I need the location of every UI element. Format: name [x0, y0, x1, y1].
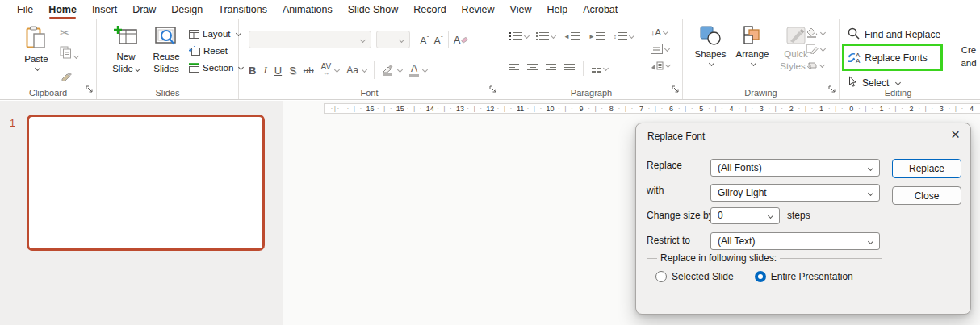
font-size-combo[interactable] [376, 31, 410, 48]
menu-tab[interactable]: Home [48, 4, 77, 15]
ribbon: Paste ✂ Clipboard [0, 19, 980, 100]
italic-button[interactable]: I [263, 64, 266, 77]
select-chevron-icon [895, 79, 901, 85]
character-spacing-chevron-icon [334, 67, 340, 73]
clear-formatting-button[interactable]: A [454, 34, 469, 46]
replace-fonts-button[interactable]: AA Replace Fonts [848, 52, 928, 64]
copy-button[interactable] [60, 46, 78, 62]
layout-button[interactable]: Layout [189, 29, 243, 39]
menu-tab[interactable]: Draw [132, 4, 156, 15]
slide-thumbnail[interactable] [27, 115, 265, 251]
menu-tab[interactable]: Design [171, 4, 203, 15]
slides-group-label: Slides [97, 88, 238, 98]
paragraph-dialog-launcher[interactable] [672, 81, 679, 96]
numbering-button[interactable] [536, 32, 556, 40]
menu-tab[interactable]: File [17, 4, 33, 15]
change-size-combo[interactable]: 0 [710, 207, 780, 224]
paste-label: Paste [24, 54, 48, 65]
radio-entire-presentation[interactable]: Entire Presentation [755, 271, 853, 282]
with-font-combo[interactable]: Gilroy Light [710, 184, 880, 202]
align-center-button[interactable] [527, 64, 538, 74]
menu-tab[interactable]: Slide Show [348, 4, 399, 15]
paste-chevron-icon [35, 65, 40, 71]
menu-tab[interactable]: Acrobat [583, 4, 618, 15]
acrobat-cut-label-1[interactable]: Cre [957, 44, 980, 56]
reuse-slides-button[interactable]: Reuse Slides [147, 26, 186, 74]
shapes-button[interactable]: Shapes [691, 26, 730, 66]
menu-tab[interactable]: Transitions [218, 4, 267, 15]
horizontal-ruler: · | · 1615141312111098765432101234 [324, 103, 980, 114]
cut-button[interactable]: ✂ [60, 27, 70, 39]
align-left-button[interactable] [509, 64, 519, 74]
section-button[interactable]: Section [189, 63, 243, 73]
arrange-button[interactable]: Arrange [733, 26, 772, 66]
increase-font-size-button[interactable]: Aˆ [420, 32, 429, 47]
ruler-number: 0 [826, 105, 856, 113]
reuse-slides-icon [154, 26, 178, 50]
font-dialog-launcher[interactable] [489, 81, 496, 96]
character-spacing-button[interactable]: AV↔ [321, 64, 332, 77]
reset-label: Reset [203, 46, 228, 56]
decrease-indent-button[interactable]: ◄ [563, 32, 580, 40]
quick-styles-icon [785, 26, 806, 48]
find-and-replace-label: Find and Replace [865, 29, 940, 40]
highlight-button[interactable] [382, 65, 394, 76]
ruler-number: 9 [555, 105, 585, 113]
format-painter-button[interactable] [60, 69, 73, 85]
quick-styles-label-1: Quick [784, 49, 807, 60]
find-and-replace-button[interactable]: Find and Replace [848, 27, 940, 42]
underline-button[interactable]: U [274, 65, 282, 77]
menu-tab[interactable]: Insert [92, 4, 117, 15]
line-spacing-button[interactable]: ↕ [613, 32, 634, 40]
ruler-number: 16 [346, 105, 375, 113]
ruler-number: 4 [946, 105, 976, 113]
shape-effects-button[interactable] [806, 60, 825, 70]
new-slide-button[interactable]: New Slide [107, 26, 145, 74]
shapes-label: Shapes [694, 49, 726, 60]
strikethrough-button[interactable]: ab [304, 65, 314, 75]
dialog-close-icon[interactable]: × [951, 126, 960, 144]
menu-tab[interactable]: Help [547, 4, 567, 15]
restrict-combo[interactable]: (All Text) [710, 232, 880, 250]
align-text-button[interactable] [651, 44, 670, 54]
menu-tab[interactable]: View [510, 4, 532, 15]
clipboard-dialog-launcher[interactable] [86, 81, 93, 96]
shape-fill-button[interactable] [806, 27, 825, 38]
align-right-button[interactable] [546, 64, 556, 74]
change-case-button[interactable]: Aa [346, 65, 358, 76]
increase-indent-button[interactable]: ► [588, 32, 605, 40]
close-button[interactable]: Close [892, 186, 961, 205]
change-size-label: Change size by [647, 210, 714, 221]
menu-bar: FileHomeInsertDrawDesignTransitionsAnima… [0, 0, 980, 19]
decrease-font-size-button[interactable]: Aˇ [433, 32, 442, 47]
replace-button[interactable]: Replace [892, 159, 961, 178]
radio-selected-slide-icon[interactable] [655, 271, 667, 282]
bullets-button[interactable] [509, 32, 529, 40]
ruler-number: 13 [436, 105, 466, 113]
restrict-label: Restrict to [647, 235, 690, 246]
columns-button[interactable] [592, 65, 608, 73]
radio-entire-presentation-icon[interactable] [755, 271, 766, 282]
shape-outline-button[interactable] [806, 44, 825, 54]
font-name-combo[interactable] [249, 31, 371, 48]
bold-button[interactable]: B [249, 65, 256, 77]
smartart-button[interactable] [651, 60, 670, 70]
reset-button[interactable]: Reset [189, 46, 243, 56]
font-color-button[interactable]: A [409, 65, 419, 77]
ruler-number: 3 [916, 105, 946, 113]
text-shadow-button[interactable]: S [289, 65, 296, 77]
paste-button[interactable]: Paste [18, 26, 55, 71]
menu-tab[interactable]: Review [462, 4, 495, 15]
replace-font-combo[interactable]: (All Fonts) [710, 159, 880, 177]
drawing-dialog-launcher[interactable] [828, 81, 836, 96]
justify-button[interactable] [564, 64, 575, 74]
copy-chevron-icon [73, 53, 79, 59]
text-direction-button[interactable]: ↓A [651, 27, 670, 37]
ribbon-group-drawing: Shapes Arrange Quick Styles [683, 19, 840, 99]
menu-tab[interactable]: Record [413, 4, 446, 15]
ruler-ticks: · | · [325, 106, 346, 111]
radio-selected-slide[interactable]: Selected Slide [655, 271, 734, 282]
arrange-chevron-icon [751, 60, 756, 66]
menu-tab[interactable]: Animations [283, 4, 333, 15]
replace-label: Replace [647, 160, 682, 171]
